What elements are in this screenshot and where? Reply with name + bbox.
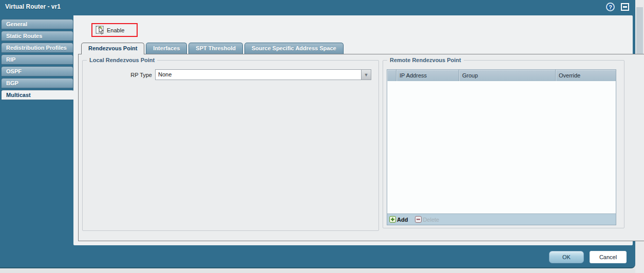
multicast-panel: Enable Rendezvous Point Interfaces SPT T… (73, 15, 633, 245)
rendezvous-point-tab-panel: Local Rendezvous Point RP Type None ▼ Re… (78, 54, 644, 241)
rp-type-select[interactable]: None ▼ (155, 69, 371, 80)
tab-spt-threshold[interactable]: SPT Threshold (188, 43, 243, 54)
delete-button-label: Delete (423, 217, 439, 223)
rp-type-row: RP Type None ▼ (83, 69, 378, 80)
rp-type-label: RP Type (83, 72, 152, 78)
remote-rp-table-header: IP Address Group Override (387, 70, 616, 81)
delete-icon (415, 216, 422, 223)
tab-interfaces[interactable]: Interfaces (146, 43, 187, 54)
sidebar-item-multicast[interactable]: Multicast (1, 90, 74, 100)
minimize-icon[interactable] (621, 3, 629, 11)
sidebar-item-ospf[interactable]: OSPF (1, 66, 73, 76)
sidebar-item-redistribution-profiles[interactable]: Redistribution Profiles (1, 43, 73, 53)
column-header-ip-address[interactable]: IP Address (396, 70, 459, 81)
column-header-override[interactable]: Override (556, 70, 616, 81)
tab-bar: Rendezvous Point Interfaces SPT Threshol… (81, 43, 344, 54)
sidebar-item-bgp[interactable]: BGP (1, 78, 73, 88)
remote-rp-table-toolbar: Add Delete (387, 213, 616, 225)
help-icon[interactable]: ? (606, 3, 615, 11)
chevron-down-icon[interactable]: ▼ (361, 69, 371, 80)
page-background (0, 269, 635, 273)
sidebar-item-rip[interactable]: RIP (1, 54, 73, 65)
tab-rendezvous-point[interactable]: Rendezvous Point (81, 43, 144, 54)
virtual-router-dialog: Virtual Router - vr1 ? General Static Ro… (0, 0, 635, 268)
column-header-group[interactable]: Group (459, 70, 556, 81)
delete-button[interactable]: Delete (415, 216, 439, 223)
remote-rp-table-body (387, 81, 616, 213)
local-rendezvous-point-group: Local Rendezvous Point RP Type None ▼ (82, 57, 379, 231)
enable-checkbox-label: Enable (107, 27, 124, 33)
sidebar-item-general[interactable]: General (1, 19, 73, 29)
tab-source-specific-address-space[interactable]: Source Specific Address Space (244, 43, 344, 54)
titlebar: Virtual Router - vr1 ? (0, 0, 635, 14)
mouse-cursor-icon (97, 26, 106, 35)
add-button[interactable]: Add (389, 216, 408, 223)
column-header-selector[interactable] (387, 70, 396, 81)
sidebar: General Static Routes Redistribution Pro… (1, 19, 73, 102)
enable-checkbox[interactable] (96, 25, 106, 35)
dialog-title: Virtual Router - vr1 (5, 3, 61, 10)
dialog-footer: OK Cancel (549, 251, 627, 263)
ok-button[interactable]: OK (549, 251, 584, 263)
rp-type-value: None (155, 69, 361, 80)
add-icon (389, 216, 396, 223)
remote-rp-table: IP Address Group Override Add (387, 69, 616, 225)
sidebar-item-static-routes[interactable]: Static Routes (1, 31, 73, 41)
cancel-button[interactable]: Cancel (590, 251, 627, 263)
remote-rendezvous-point-group: Remote Rendezvous Point IP Address Group… (383, 57, 624, 228)
remote-rendezvous-point-legend: Remote Rendezvous Point (387, 57, 464, 63)
local-rendezvous-point-legend: Local Rendezvous Point (87, 57, 157, 63)
add-button-label: Add (397, 217, 408, 223)
annotation-highlight: Enable (91, 23, 138, 37)
